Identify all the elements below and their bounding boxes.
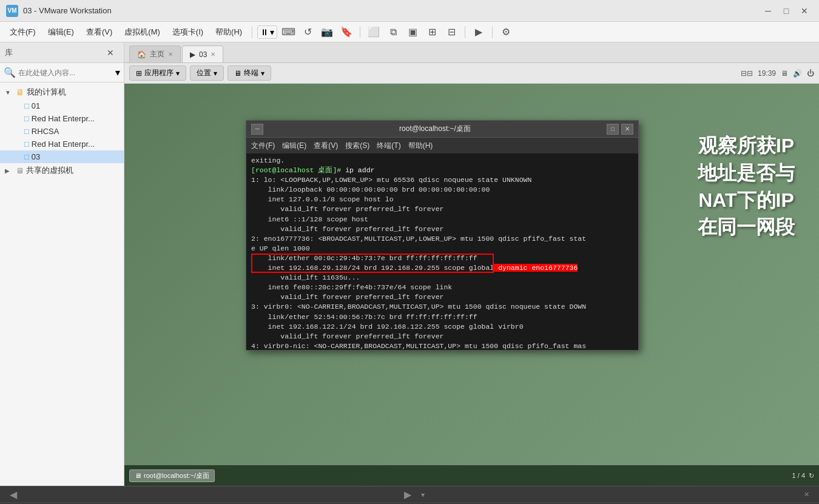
- annotation-line-1: 观察所获IP: [686, 132, 807, 160]
- terminal-titlebar: ─ root@localhost:~/桌面 □ ✕: [246, 121, 638, 138]
- taskbar-terminal-item[interactable]: 🖥 root@localhost:~/桌面: [129, 469, 215, 482]
- term-line-18: inet 192.168.122.1/24 brd 192.168.122.25…: [251, 322, 633, 332]
- term-menu-view[interactable]: 查看(V): [314, 141, 338, 151]
- sidebar-item-01[interactable]: □ 01: [0, 99, 124, 112]
- term-menu-search[interactable]: 搜索(S): [345, 141, 369, 151]
- menu-help[interactable]: 帮助(H): [211, 24, 247, 40]
- close-panel-icon[interactable]: ✕: [804, 491, 814, 499]
- guest-status-right: ⊟⊟ 19:39 🖥 🔊 ⏻: [741, 69, 814, 78]
- term-restore-button[interactable]: □: [607, 124, 619, 135]
- pause-dropdown[interactable]: ⏸ ▾: [257, 25, 277, 39]
- vm-desktop[interactable]: home Trash: [124, 84, 819, 486]
- apps-arrow: ▾: [176, 69, 180, 78]
- sidebar-label-shared: 共享的虚拟机: [26, 165, 73, 176]
- sidebar-close-button[interactable]: ✕: [102, 44, 119, 61]
- term-label: 终端: [244, 68, 258, 78]
- refresh-icon[interactable]: ↻: [809, 472, 814, 480]
- maximize-button[interactable]: □: [778, 2, 795, 19]
- close-button[interactable]: ✕: [796, 2, 813, 19]
- sidebar-label-03: 03: [32, 152, 40, 161]
- nav-right-icon[interactable]: ▶: [399, 489, 416, 500]
- terminal-button[interactable]: 🖥 终端 ▾: [228, 66, 271, 81]
- separator2: [360, 26, 360, 38]
- sidebar-item-shared[interactable]: ▶ 🖥 共享的虚拟机: [0, 163, 124, 178]
- term-line-20: 4: virbr0-nic: <NO-CARRIER,BROADCAST,MUL…: [251, 341, 633, 350]
- console-icon[interactable]: ▶: [470, 24, 487, 41]
- term-menu-help[interactable]: 帮助(H): [408, 141, 433, 151]
- term-menu-edit[interactable]: 编辑(E): [282, 141, 306, 151]
- tab-home[interactable]: 🏠 主页 ✕: [129, 45, 181, 62]
- term-line-19: valid_lft forever preferred_lft forever: [251, 332, 633, 341]
- menu-view[interactable]: 查看(V): [81, 24, 117, 40]
- sidebar-tree: ▼ 🖥 我的计算机 □ 01 □ Red Hat Enterpr... □ RH…: [0, 82, 124, 486]
- apps-label: 应用程序: [144, 68, 174, 78]
- menu-tabs[interactable]: 选项卡(I): [167, 24, 208, 40]
- menu-edit[interactable]: 编辑(E): [43, 24, 79, 40]
- vm-icon: □: [24, 114, 29, 123]
- home-tab-icon: 🏠: [137, 50, 146, 59]
- unity-icon[interactable]: ⧉: [385, 24, 402, 41]
- terminal-menubar: 文件(F) 编辑(E) 查看(V) 搜索(S) 终端(T) 帮助(H): [246, 138, 638, 153]
- pause-icon: ⏸: [260, 27, 269, 37]
- nav-down-icon[interactable]: ▾: [419, 491, 427, 499]
- sidebar-label-01: 01: [32, 101, 40, 110]
- sidebar-item-rhcsa[interactable]: □ RHCSA: [0, 125, 124, 138]
- sidebar-header: 库 ✕: [0, 42, 124, 63]
- title-bar: VM 03 - VMware Workstation ─ □ ✕: [0, 0, 819, 22]
- window-title: 03 - VMware Workstation: [23, 6, 112, 15]
- main-layout: 库 ✕ 🔍 ▾ ▼ 🖥 我的计算机 □ 01 □ Red Hat Ente: [0, 42, 819, 486]
- term-minimize-button[interactable]: ─: [251, 124, 263, 135]
- vm-taskbar: 🖥 root@localhost:~/桌面 1 / 4 ↻: [124, 465, 819, 486]
- home-tab-label: 主页: [150, 49, 164, 59]
- minimize-button[interactable]: ─: [760, 2, 777, 19]
- fullscreen-icon[interactable]: ⬜: [365, 24, 382, 41]
- terminal-window[interactable]: ─ root@localhost:~/桌面 □ ✕ 文件(F) 编辑(E) 查看…: [246, 120, 639, 351]
- sidebar-item-redhat1[interactable]: □ Red Hat Enterpr...: [0, 112, 124, 125]
- expand-icon: ▼: [5, 89, 13, 96]
- apps-button[interactable]: ⊞ 应用程序 ▾: [129, 66, 186, 81]
- guest-toolbar: ⊞ 应用程序 ▾ 位置 ▾ 🖥 终端 ▾ ⊟⊟ 19:39 🖥 🔊 ⏻: [124, 63, 819, 84]
- vm-icon: □: [24, 101, 29, 110]
- term-line-13: inet6 fe80::20c:29ff:fe4b:737e/64 scope …: [251, 283, 633, 292]
- sidebar-label-rhcsa: RHCSA: [32, 127, 59, 136]
- term-line-4: inet 127.0.0.1/8 scope host lo: [251, 195, 633, 204]
- term-line-8: 2: eno16777736: <BROADCAST,MULTICAST,UP,…: [251, 234, 633, 244]
- term-line-15: 3: virbr0: <NO-CARRIER,BROADCAST,MULTICA…: [251, 302, 633, 312]
- sidebar-item-my-computer[interactable]: ▼ 🖥 我的计算机: [0, 85, 124, 99]
- vm-icon: □: [24, 139, 29, 149]
- settings-icon[interactable]: ⚙: [497, 24, 514, 41]
- search-dropdown-icon[interactable]: ▾: [115, 67, 120, 78]
- view3-icon[interactable]: ⊟: [443, 24, 460, 41]
- tab-vm03[interactable]: ▶ 03 ✕: [182, 45, 223, 62]
- apps-icon: ⊞: [136, 69, 142, 78]
- term-line-7: valid_lft forever preferred_lft forever: [251, 224, 633, 234]
- term-menu-terminal[interactable]: 终端(T): [377, 141, 400, 151]
- view2-icon[interactable]: ⊞: [423, 24, 440, 41]
- snapshot2-icon[interactable]: 🔖: [338, 24, 355, 41]
- power-icon: ⏻: [807, 69, 814, 78]
- layout-icon: ⊟⊟: [741, 69, 753, 78]
- term-close-button[interactable]: ✕: [621, 124, 633, 135]
- sidebar-item-03[interactable]: □ 03: [0, 150, 124, 163]
- send-ctrl-alt-del-button[interactable]: ⌨: [280, 24, 297, 41]
- snapshot-icon[interactable]: 📷: [318, 24, 335, 41]
- screen-icon: 🖥: [781, 69, 788, 78]
- term-menu-file[interactable]: 文件(F): [251, 141, 275, 151]
- page-info: 1 / 4: [792, 472, 805, 479]
- nav-left-icon[interactable]: ◀: [5, 489, 22, 500]
- term-highlight-container: link/ether 00:0c:29:4b:73:7e brd ff:ff:f…: [251, 254, 633, 273]
- menu-vm[interactable]: 虚拟机(M): [120, 24, 165, 40]
- sidebar-item-redhat2[interactable]: □ Red Hat Enterpr...: [0, 138, 124, 150]
- revert-icon[interactable]: ↺: [299, 24, 316, 41]
- expand-icon: ▶: [5, 167, 13, 174]
- sidebar-label-my-computer: 我的计算机: [27, 87, 66, 98]
- search-input[interactable]: [18, 69, 113, 77]
- terminal-content[interactable]: exiting. [root@localhost 桌面]# ip addr 1:…: [246, 153, 638, 350]
- menu-bar: 文件(F) 编辑(E) 查看(V) 虚拟机(M) 选项卡(I) 帮助(H) ⏸ …: [0, 22, 819, 42]
- view1-icon[interactable]: ▣: [404, 24, 421, 41]
- position-button[interactable]: 位置 ▾: [190, 66, 224, 81]
- vm03-tab-close[interactable]: ✕: [211, 51, 215, 58]
- home-tab-close[interactable]: ✕: [168, 51, 173, 58]
- menu-file[interactable]: 文件(F): [5, 24, 41, 40]
- term-line-9: e UP qlen 1000: [251, 244, 633, 254]
